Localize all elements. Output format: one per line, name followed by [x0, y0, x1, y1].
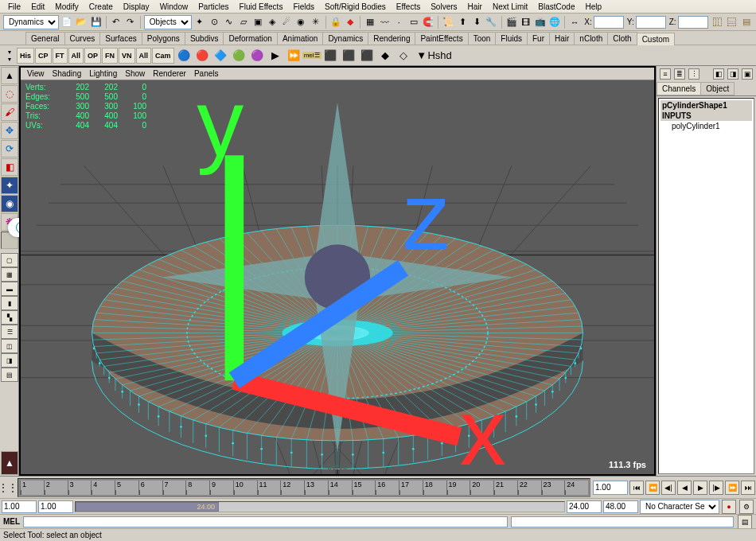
shelf-tab-custom[interactable]: Custom [637, 33, 675, 45]
range-slider-thumb[interactable]: 24.00 [76, 502, 219, 512]
play-fwd-button[interactable]: ▶ [693, 481, 707, 495]
menu-blastcode[interactable]: BlastCode [533, 1, 579, 13]
render-view-icon[interactable]: 📺 [534, 15, 547, 29]
construction-icon[interactable]: 🔧 [485, 15, 497, 29]
tb-new-icon[interactable]: 📄 [60, 15, 73, 29]
shelf-menu-icon[interactable]: ▾▾ [3, 47, 16, 64]
render-frame-icon[interactable]: 🎬 [505, 15, 517, 29]
select-tool[interactable]: ▲ [1, 67, 18, 84]
shelf-tab-cloth[interactable]: Cloth [607, 32, 637, 45]
shelf-btn-ft[interactable]: FT [53, 48, 68, 64]
shelf-custom-icon-2[interactable]: 🔷 [212, 47, 229, 64]
script-editor-button[interactable]: ▤ [738, 515, 752, 529]
shelf-custom-icon-10[interactable]: ⬛ [358, 47, 376, 64]
shelf-tab-animation[interactable]: Animation [277, 32, 323, 45]
timeline-tick[interactable]: 18 [423, 481, 446, 495]
vp-menu-lighting[interactable]: Lighting [86, 69, 120, 78]
command-language-label[interactable]: MEL [3, 517, 20, 526]
play-back-button[interactable]: ◀ [677, 481, 692, 495]
channel-list-icon[interactable]: ≡ [660, 68, 671, 80]
timeline-tick[interactable]: 10 [233, 481, 257, 495]
menu-edit[interactable]: Edit [26, 1, 49, 13]
channel-list3-icon[interactable]: ⋮ [688, 68, 699, 80]
range-out-input[interactable] [567, 500, 602, 513]
scale-tool[interactable]: ◧ [1, 158, 18, 176]
move-tool[interactable]: ✥ [1, 122, 18, 139]
prev-key-button[interactable]: ◀| [661, 481, 676, 495]
layout-script[interactable]: ▤ [1, 368, 18, 382]
shelf-btn-cam[interactable]: Cam [152, 48, 174, 64]
menu-display[interactable]: Display [119, 1, 154, 13]
ipr-icon[interactable]: 🎞 [520, 15, 532, 29]
sel-poly-icon[interactable]: ▣ [251, 15, 264, 29]
shelf-tab-toon[interactable]: Toon [468, 32, 497, 45]
shelf-btn-cp[interactable]: CP [35, 48, 52, 64]
timeline-tick[interactable]: 3 [68, 481, 92, 495]
sel-misc-icon[interactable]: ✳ [309, 15, 321, 29]
snap-curve-icon[interactable]: 〰 [378, 15, 391, 29]
channel-tab-channels[interactable]: Channels [657, 82, 701, 95]
timeline-tick[interactable]: 9 [209, 481, 233, 495]
tb-save-icon[interactable]: 💾 [89, 15, 102, 29]
sel-joint-icon[interactable]: ⊙ [208, 15, 220, 29]
shelf-custom-icon-3[interactable]: 🟢 [230, 47, 247, 64]
viewport[interactable]: ViewShadingLightingShowRendererPanels [19, 66, 656, 476]
timeline-tick[interactable]: 16 [375, 481, 399, 495]
snap-point-icon[interactable]: ∙ [392, 15, 405, 29]
channel-box-icon[interactable]: ▤ [740, 15, 753, 29]
time-ruler[interactable]: 123456789101112131415161718192021222324 [18, 478, 590, 497]
tb-open-icon[interactable]: 📂 [75, 15, 88, 29]
timeline-tick[interactable]: 21 [493, 481, 517, 495]
menu-hair[interactable]: Hair [463, 1, 487, 13]
sel-surface-icon[interactable]: ▱ [236, 15, 249, 29]
timeline-tick[interactable]: 1 [20, 481, 44, 495]
timeline-tick[interactable]: 14 [328, 481, 352, 495]
layer-btn2-icon[interactable]: ◨ [727, 68, 738, 80]
vp-menu-show[interactable]: Show [122, 69, 148, 78]
shelf-tab-rendering[interactable]: Rendering [368, 32, 415, 45]
sel-curve-icon[interactable]: ∿ [222, 15, 235, 29]
input-node[interactable]: polyCylinder1 [661, 121, 752, 131]
tb-undo-icon[interactable]: ↶ [110, 15, 123, 29]
shelf-btn-all[interactable]: All [68, 48, 84, 64]
layout-three[interactable]: ▚ [1, 310, 18, 325]
range-start-input[interactable] [2, 500, 37, 513]
lock-icon[interactable]: 🔒 [329, 15, 342, 29]
vp-menu-view[interactable]: View [24, 69, 48, 78]
menu-create[interactable]: Create [84, 1, 118, 13]
shelf-tab-subdivs[interactable]: Subdivs [185, 32, 224, 45]
layout-single[interactable]: ▢ [1, 253, 18, 267]
shelf-custom-icon-11[interactable]: ◆ [376, 47, 394, 64]
ae-icon[interactable]: ⿲ [711, 15, 724, 29]
snap-live-icon[interactable]: 🧲 [422, 15, 435, 29]
layer-btn3-icon[interactable]: ▣ [742, 68, 753, 80]
sel-dynamic-icon[interactable]: ☄ [280, 15, 293, 29]
timeline-tick[interactable]: 2 [44, 481, 68, 495]
timeline-tick[interactable]: 17 [399, 481, 423, 495]
menu-fluideffects[interactable]: Fluid Effects [235, 1, 288, 13]
next-key-button[interactable]: |▶ [709, 481, 723, 495]
tool-settings-icon[interactable]: ⿳ [726, 15, 738, 29]
lasso-tool[interactable]: ◌ [1, 85, 18, 103]
sel-handle-icon[interactable]: ✦ [193, 15, 206, 29]
shape-node-name[interactable]: pCylinderShape1 [661, 100, 752, 111]
render-globals-icon[interactable]: 🌐 [548, 15, 561, 29]
snap-plane-icon[interactable]: ▭ [407, 15, 419, 29]
vp-menu-shading[interactable]: Shading [49, 69, 85, 78]
timeline-tick[interactable]: 20 [470, 481, 493, 495]
timeline-tick[interactable]: 6 [138, 481, 162, 495]
menu-file[interactable]: File [3, 1, 25, 13]
menu-modify[interactable]: Modify [50, 1, 83, 13]
sel-deform-icon[interactable]: ◈ [266, 15, 279, 29]
character-set-dropdown[interactable]: No Character Set [640, 500, 719, 514]
shelf-btn-vn[interactable]: VN [119, 48, 135, 64]
menu-softrigidbodies[interactable]: Soft/Rigid Bodies [320, 1, 391, 13]
menu-effects[interactable]: Effects [392, 1, 425, 13]
timeline-tick[interactable]: 13 [304, 481, 328, 495]
shelf-custom-icon-6[interactable]: ⏩ [285, 47, 302, 64]
layout-two-h[interactable]: ▬ [1, 282, 18, 296]
shelf-tab-painteffects[interactable]: PaintEffects [415, 32, 468, 45]
sel-render-icon[interactable]: ◉ [294, 15, 307, 29]
anim-prefs-button[interactable]: ⚙ [739, 500, 754, 514]
menu-help[interactable]: Help [581, 1, 607, 13]
